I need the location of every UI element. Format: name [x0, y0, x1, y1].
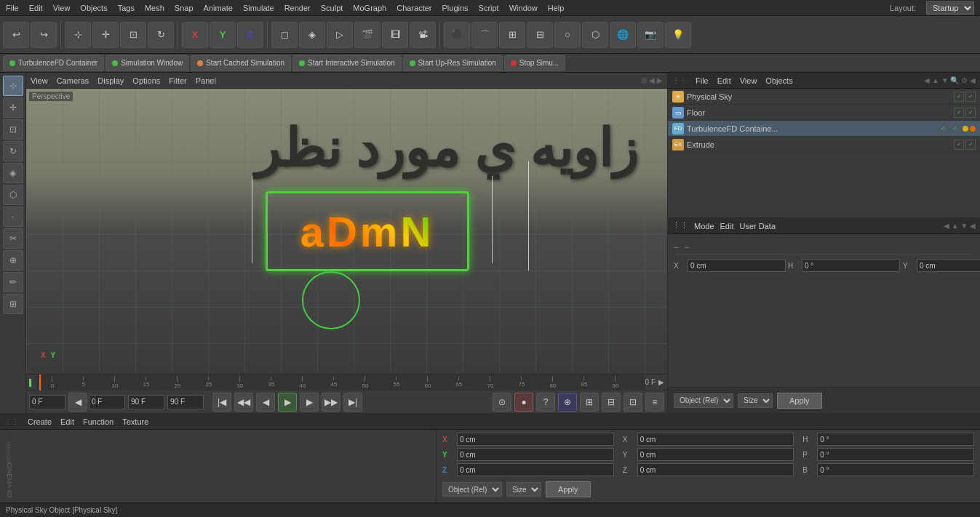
- select-btn[interactable]: ⊹: [65, 22, 91, 48]
- menu-objects[interactable]: Objects: [80, 4, 107, 12]
- attr-menu-edit[interactable]: Edit: [720, 222, 734, 231]
- menu-character[interactable]: Character: [397, 4, 431, 12]
- bend-btn[interactable]: ⌒: [471, 22, 498, 48]
- frame-max-input[interactable]: [167, 395, 204, 409]
- renderall-btn[interactable]: 📽: [410, 22, 436, 48]
- frame-step-back-btn[interactable]: ◀: [68, 393, 87, 412]
- menu-simulate[interactable]: Simulate: [243, 4, 274, 12]
- bottom-menu-function[interactable]: Function: [83, 417, 113, 426]
- render-btn[interactable]: 🎬: [354, 22, 381, 48]
- menu-plugins[interactable]: Plugins: [442, 4, 468, 12]
- motion-btn[interactable]: ⊟: [602, 393, 621, 412]
- tab-startupres[interactable]: Start Up-Res Simulation: [403, 55, 503, 71]
- menu-render[interactable]: Render: [284, 4, 311, 12]
- goto-start-btn[interactable]: |◀: [212, 393, 231, 412]
- obj-check2-turbulencefd[interactable]: ✓: [949, 124, 960, 134]
- redo-btn[interactable]: ↪: [31, 22, 57, 48]
- autokey-btn[interactable]: ⊕: [558, 393, 577, 412]
- vp-menu-cameras[interactable]: Cameras: [57, 76, 89, 85]
- model-btn[interactable]: ◻: [271, 22, 298, 48]
- ruler-container[interactable]: 0 5 10 15 20 25 30 35 40 45 50 55 60 65 …: [36, 374, 645, 390]
- next-frame-btn[interactable]: ▶: [300, 393, 319, 412]
- frame-end-input[interactable]: [128, 395, 164, 409]
- scene-btn[interactable]: 🌐: [610, 22, 636, 48]
- rotate-btn[interactable]: ↻: [148, 22, 174, 48]
- xaxis-btn[interactable]: X: [182, 22, 208, 48]
- vp-menu-options[interactable]: Options: [132, 76, 160, 85]
- menu-mograph[interactable]: MoGraph: [353, 4, 386, 12]
- obj-check1-turbulencefd[interactable]: ✓: [938, 124, 948, 134]
- bottom-apply-button[interactable]: Apply: [546, 481, 591, 497]
- menu-help[interactable]: Help: [548, 4, 565, 12]
- sidebar-move-icon[interactable]: ✛: [3, 97, 23, 118]
- size-select[interactable]: Size: [738, 393, 773, 408]
- step-back-btn[interactable]: ◀◀: [234, 393, 253, 412]
- vp-menu-view[interactable]: View: [31, 76, 48, 85]
- loop-btn[interactable]: ○: [554, 22, 581, 48]
- sidebar-select-icon[interactable]: ⊹: [3, 76, 23, 96]
- menu-snap[interactable]: Snap: [175, 4, 194, 12]
- zaxis-btn[interactable]: Z: [237, 22, 263, 48]
- menu-script[interactable]: Script: [479, 4, 499, 12]
- obj-row-floor[interactable]: ▭ Floor ✓ ✓: [668, 105, 980, 121]
- coord-b2-val[interactable]: [817, 463, 974, 476]
- menu-sculpt[interactable]: Sculpt: [321, 4, 343, 12]
- bottom-menu-edit[interactable]: Edit: [60, 417, 74, 426]
- coord-x2-val[interactable]: [637, 433, 794, 446]
- obj-menu-edit[interactable]: Edit: [717, 76, 731, 85]
- clamp-btn[interactable]: ⊡: [624, 393, 642, 412]
- tab-turbulencefd[interactable]: TurbulenceFD Container: [3, 55, 104, 71]
- cam-btn[interactable]: 📷: [637, 22, 664, 48]
- menu-tags[interactable]: Tags: [118, 4, 135, 12]
- obj-row-extrude[interactable]: EX Extrude ✓ ✓: [668, 137, 980, 153]
- coord-p2-val[interactable]: [817, 448, 974, 461]
- obj-btn[interactable]: ◈: [299, 22, 325, 48]
- tab-startinteractive[interactable]: Start Interactive Simulation: [292, 55, 402, 71]
- coord-y2-val[interactable]: [637, 448, 794, 461]
- goto-end-btn[interactable]: ▶|: [343, 393, 362, 412]
- scale-btn[interactable]: ⊡: [120, 22, 146, 48]
- bottom-menu-create[interactable]: Create: [28, 417, 52, 426]
- coord-z-val[interactable]: [457, 463, 614, 476]
- menu-window[interactable]: Window: [509, 4, 538, 12]
- menu-file[interactable]: File: [6, 4, 19, 12]
- vp-menu-filter[interactable]: Filter: [169, 76, 186, 85]
- record-btn[interactable]: ⊙: [493, 393, 511, 412]
- step-fwd-btn[interactable]: ▶▶: [322, 393, 340, 412]
- coord-x-val[interactable]: [457, 433, 614, 446]
- sidebar-magnet-icon[interactable]: ⊕: [3, 250, 23, 270]
- obj-row-turbulencefd[interactable]: FD TurbulenceFD Containe... ✓ ✓: [668, 121, 980, 137]
- array-btn[interactable]: ⊞: [499, 22, 525, 48]
- spline-btn[interactable]: ⬡: [582, 22, 608, 48]
- coord-input-ypos[interactable]: [917, 259, 980, 272]
- layout-select[interactable]: Startup: [926, 1, 974, 15]
- bottom-size-select[interactable]: Size: [506, 482, 541, 497]
- vp-menu-display[interactable]: Display: [97, 76, 124, 85]
- obj-check1-extrude[interactable]: ✓: [954, 140, 964, 150]
- apply-button[interactable]: Apply: [777, 393, 822, 409]
- menu-view[interactable]: View: [53, 4, 71, 12]
- frame-start-input[interactable]: [29, 395, 65, 409]
- sidebar-paint-icon[interactable]: ⊞: [3, 294, 23, 314]
- move-btn[interactable]: ✛: [92, 22, 119, 48]
- attr-menu-mode[interactable]: Mode: [694, 222, 714, 231]
- renderprev-btn[interactable]: 🎞: [382, 22, 408, 48]
- sidebar-scale-icon[interactable]: ⊡: [3, 119, 23, 140]
- sidebar-knife-icon[interactable]: ✂: [3, 228, 23, 249]
- sidebar-edge-icon[interactable]: ⬡: [3, 185, 23, 205]
- bottom-coord-select[interactable]: Object (Rel): [442, 482, 502, 497]
- coord-z2-val[interactable]: [637, 463, 794, 476]
- vp-menu-panel[interactable]: Panel: [196, 76, 216, 85]
- menu-mesh[interactable]: Mesh: [145, 4, 164, 12]
- frame-current-input[interactable]: [89, 395, 125, 409]
- obj-check1-physicalsky[interactable]: ✓: [954, 92, 964, 102]
- obj-menu-view[interactable]: View: [740, 76, 757, 85]
- obj-row-physicalsky[interactable]: ☀ Physical Sky ✓ ✓: [668, 89, 980, 105]
- tab-simwindow[interactable]: Simulation Window: [105, 55, 189, 71]
- cube-btn[interactable]: ⬛: [444, 22, 470, 48]
- tab-stopsim[interactable]: Stop Simu...: [504, 55, 565, 71]
- bottom-menu-texture[interactable]: Texture: [122, 417, 148, 426]
- coord-system-select[interactable]: Object (Rel) World: [674, 393, 733, 408]
- coord-input-xpos[interactable]: [688, 259, 786, 272]
- obj-check2-physicalsky[interactable]: ✓: [965, 92, 976, 102]
